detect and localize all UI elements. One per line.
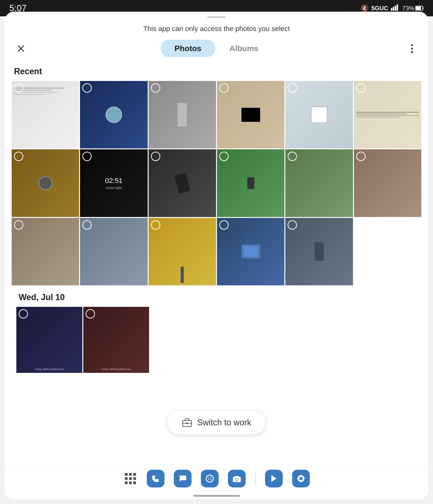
selection-circle <box>86 309 95 318</box>
phone-app-icon[interactable] <box>147 470 164 487</box>
drag-handle[interactable] <box>207 16 226 18</box>
picker-header: Photos Albums <box>5 35 428 62</box>
selection-circle <box>288 152 297 161</box>
app-drawer-button[interactable] <box>123 472 137 486</box>
photo-item[interactable]: Follow @MishaalRahman <box>16 307 82 373</box>
svg-point-25 <box>302 479 304 481</box>
svg-point-18 <box>300 475 302 477</box>
wed-section-title: Wed, Jul 10 <box>14 290 419 307</box>
selection-circle <box>219 220 229 230</box>
svg-point-24 <box>298 479 300 481</box>
wed-section: Wed, Jul 10 Follow @MishaalRahman Follow… <box>9 285 424 373</box>
photo-item[interactable]: Follow @MishaalRahman <box>83 307 149 373</box>
tab-group: Photos Albums <box>28 40 405 57</box>
network-label: 5GUC <box>371 5 388 12</box>
more-dot <box>411 44 413 46</box>
svg-point-26 <box>300 477 302 480</box>
more-dot <box>411 48 413 49</box>
switch-work-label: Switch to work <box>197 418 251 427</box>
photo-item[interactable] <box>285 149 353 217</box>
mute-icon: 🔇 <box>361 4 369 12</box>
chrome-app-icon[interactable] <box>201 470 219 487</box>
photo-item[interactable] <box>217 81 284 148</box>
photo-item[interactable] <box>12 81 79 148</box>
svg-rect-3 <box>397 4 398 11</box>
photo-item[interactable] <box>12 218 79 285</box>
svg-marker-17 <box>271 475 276 482</box>
home-indicator <box>5 492 428 499</box>
svg-rect-5 <box>423 7 424 9</box>
more-dot <box>411 51 413 53</box>
bottom-spacer <box>9 373 424 408</box>
svg-rect-6 <box>416 7 421 10</box>
selection-circle <box>151 220 160 230</box>
selection-circle <box>19 309 28 318</box>
status-icons: 🔇 5GUC 73% <box>361 4 424 12</box>
photo-item[interactable] <box>285 218 353 285</box>
svg-rect-2 <box>395 6 396 11</box>
photo-picker-sheet: This app can only access the photos you … <box>5 12 428 499</box>
svg-point-21 <box>302 477 305 480</box>
photo-item[interactable] <box>149 218 216 285</box>
selection-circle <box>151 152 160 161</box>
svg-point-23 <box>302 476 304 478</box>
selection-circle <box>14 83 23 93</box>
signal-icon <box>391 4 399 12</box>
photo-item[interactable] <box>80 218 147 285</box>
messages-app-icon[interactable] <box>174 470 191 487</box>
switch-to-work-button[interactable]: Switch to work <box>168 411 265 434</box>
photo-item[interactable]: 02:51 Good night <box>80 149 147 217</box>
selection-circle <box>356 83 366 93</box>
selection-circle <box>14 220 23 230</box>
selection-circle <box>288 220 297 230</box>
briefcase-icon <box>182 417 192 428</box>
recent-section-title: Recent <box>9 64 424 81</box>
selection-circle <box>82 220 92 230</box>
photo-item[interactable] <box>285 81 353 148</box>
photo-item[interactable] <box>354 81 421 148</box>
photo-item[interactable] <box>354 149 421 217</box>
battery-icon: 73% <box>402 5 424 12</box>
svg-rect-1 <box>393 7 394 11</box>
svg-point-20 <box>297 477 299 480</box>
tab-photos[interactable]: Photos <box>161 40 215 57</box>
camera-app-icon[interactable] <box>228 470 246 487</box>
photos-content[interactable]: Recent <box>5 62 428 408</box>
photo-item[interactable] <box>149 81 216 148</box>
bottom-nav <box>5 464 428 492</box>
svg-point-19 <box>300 480 302 482</box>
photo-item[interactable] <box>217 218 284 285</box>
photo-item[interactable] <box>80 81 147 148</box>
bottom-overlay: Switch to work <box>5 408 428 464</box>
nav-divider <box>255 472 256 486</box>
photo-item[interactable] <box>217 149 284 217</box>
close-button[interactable] <box>14 42 28 55</box>
flower-app-icon[interactable] <box>292 470 310 487</box>
photo-item[interactable] <box>12 149 79 217</box>
svg-rect-0 <box>391 8 392 11</box>
recent-photo-grid: 02:51 Good night <box>9 81 424 285</box>
tab-albums[interactable]: Albums <box>215 40 272 57</box>
wed-photo-grid: Follow @MishaalRahman Follow @MishaalRah… <box>14 307 419 373</box>
play-store-icon[interactable] <box>265 470 283 487</box>
svg-rect-9 <box>186 423 188 424</box>
svg-point-22 <box>298 476 300 478</box>
permission-notice: This app can only access the photos you … <box>5 20 428 35</box>
more-options-button[interactable] <box>405 42 419 55</box>
selection-circle <box>219 83 229 93</box>
selection-circle <box>356 152 366 161</box>
photo-item[interactable] <box>149 149 216 217</box>
selection-circle <box>151 83 160 93</box>
svg-point-16 <box>236 478 238 480</box>
